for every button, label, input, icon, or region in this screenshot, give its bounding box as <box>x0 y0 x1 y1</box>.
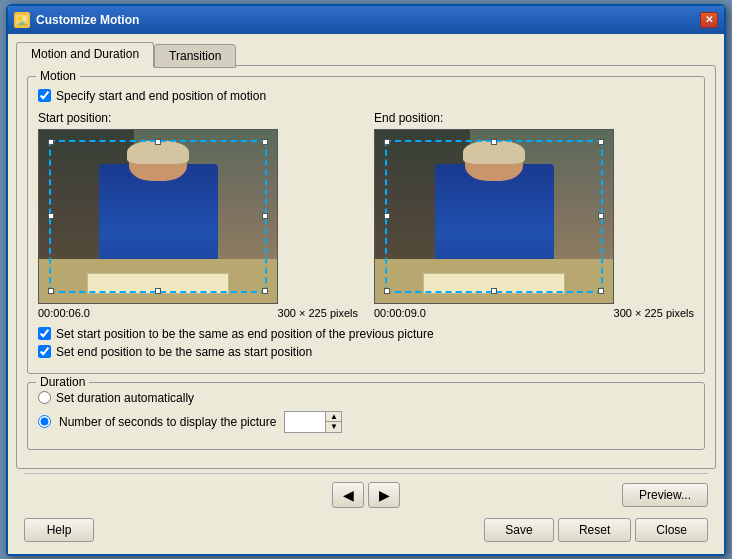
reset-button[interactable]: Reset <box>558 518 631 542</box>
end-time-size: 00:00:09.0 300 × 225 pixels <box>374 307 694 319</box>
spinner-down-button[interactable]: ▼ <box>325 422 341 432</box>
svg-rect-2 <box>23 17 26 18</box>
auto-duration-row: Set duration automatically <box>38 391 694 405</box>
window-icon <box>14 12 30 28</box>
close-button[interactable]: Close <box>635 518 708 542</box>
check1-row: Set start position to be the same as end… <box>38 327 694 341</box>
save-button[interactable]: Save <box>484 518 554 542</box>
check2-label: Set end position to be the same as start… <box>56 345 312 359</box>
seconds-input[interactable]: 3.0 <box>285 412 325 432</box>
end-time: 00:00:09.0 <box>374 307 426 319</box>
help-button[interactable]: Help <box>24 518 94 542</box>
end-position-label: End position: <box>374 111 694 125</box>
start-image-container <box>38 129 278 304</box>
seconds-duration-radio[interactable] <box>38 415 51 428</box>
preview-button[interactable]: Preview... <box>622 483 708 507</box>
specify-checkbox-row: Specify start and end position of motion <box>38 89 694 103</box>
prev-button[interactable]: ◀ <box>332 482 364 508</box>
preview-area: Preview... <box>480 483 708 507</box>
check-rows: Set start position to be the same as end… <box>38 327 694 359</box>
specify-label: Specify start and end position of motion <box>56 89 266 103</box>
end-photo <box>375 130 613 303</box>
end-image-container <box>374 129 614 304</box>
start-time: 00:00:06.0 <box>38 307 90 319</box>
title-bar-left: Customize Motion <box>14 12 139 28</box>
start-photo <box>39 130 277 303</box>
spinner-buttons: ▲ ▼ <box>325 412 341 432</box>
window-body: Motion and Duration Transition Motion Sp… <box>8 34 724 554</box>
tab-content: Motion Specify start and end position of… <box>16 65 716 469</box>
title-buttons: ✕ <box>700 12 718 28</box>
end-position-box: End position: <box>374 111 694 319</box>
start-time-size: 00:00:06.0 300 × 225 pixels <box>38 307 358 319</box>
end-size: 300 × 225 pixels <box>614 307 694 319</box>
separator <box>24 473 708 474</box>
check1-label: Set start position to be the same as end… <box>56 327 434 341</box>
seconds-duration-label: Number of seconds to display the picture <box>59 415 276 429</box>
tabs-header: Motion and Duration Transition <box>16 42 716 66</box>
position-row: Start position: <box>38 111 694 319</box>
action-buttons-right: Save Reset Close <box>484 518 708 542</box>
motion-group: Motion Specify start and end position of… <box>27 76 705 374</box>
spinner-up-button[interactable]: ▲ <box>325 412 341 423</box>
nav-buttons: ◀ ▶ <box>252 482 480 508</box>
start-position-label: Start position: <box>38 111 358 125</box>
motion-group-label: Motion <box>36 69 80 83</box>
auto-duration-label: Set duration automatically <box>56 391 194 405</box>
start-same-checkbox[interactable] <box>38 327 51 340</box>
main-window: Customize Motion ✕ Motion and Duration T… <box>6 4 726 556</box>
close-window-button[interactable]: ✕ <box>700 12 718 28</box>
specify-checkbox[interactable] <box>38 89 51 102</box>
end-same-checkbox[interactable] <box>38 345 51 358</box>
tab-transition[interactable]: Transition <box>154 44 236 68</box>
auto-duration-radio[interactable] <box>38 391 51 404</box>
title-bar: Customize Motion ✕ <box>8 6 724 34</box>
start-position-box: Start position: <box>38 111 358 319</box>
duration-group-label: Duration <box>36 375 89 389</box>
duration-group: Duration Set duration automatically Numb… <box>27 382 705 450</box>
seconds-spinner: 3.0 ▲ ▼ <box>284 411 342 433</box>
window-title: Customize Motion <box>36 13 139 27</box>
svg-rect-1 <box>18 17 22 20</box>
tab-motion-duration[interactable]: Motion and Duration <box>16 42 154 67</box>
svg-rect-3 <box>23 19 26 20</box>
start-size: 300 × 225 pixels <box>278 307 358 319</box>
seconds-duration-row: Number of seconds to display the picture… <box>38 411 694 433</box>
next-button[interactable]: ▶ <box>368 482 400 508</box>
check2-row: Set end position to be the same as start… <box>38 345 694 359</box>
